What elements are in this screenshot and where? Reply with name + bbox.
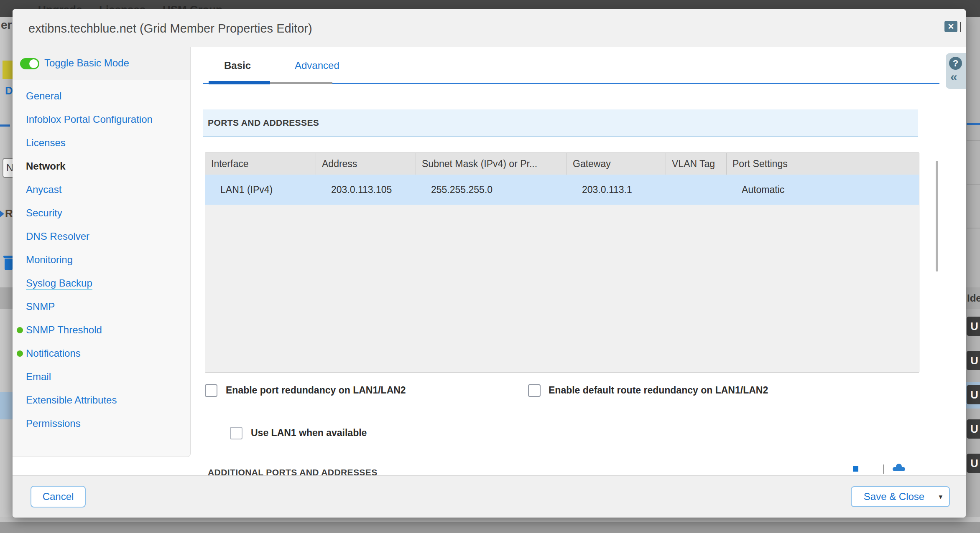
table-row-lan1[interactable]: LAN1 (IPv4) 203.0.113.105 255.255.255.0 … [205,175,919,205]
sidebar-item-infoblox-portal-configuration[interactable]: Infoblox Portal Configuration [13,108,190,131]
sidebar-item-label: DNS Resolver [26,231,89,242]
dialog-sidebar: Toggle Basic Mode General Infoblox Porta… [13,47,191,457]
sidebar-item-label: Licenses [26,137,66,148]
checkbox-port-redundancy-label[interactable]: Enable port redundancy on LAN1/LAN2 [226,385,406,396]
toggle-basic-mode-row: Toggle Basic Mode [13,47,190,80]
add-icon[interactable] [853,466,858,472]
section-title: PORTS AND ADDRESSES [208,118,319,127]
checkbox-use-lan1-label[interactable]: Use LAN1 when available [251,427,367,439]
collapse-chevrons-icon[interactable]: « [950,70,957,84]
background-row-button[interactable]: U [967,454,980,473]
column-header-gateway[interactable]: Gateway [567,153,666,175]
cloud-icon-bar [893,467,905,471]
title-bar-divider [960,22,961,32]
cell-vlan-tag [666,175,727,205]
background-row-button[interactable]: U [967,385,980,404]
sidebar-item-dns-resolver[interactable]: DNS Resolver [13,225,190,248]
sidebar-item-extensible-attributes[interactable]: Extensible Attributes [13,388,190,412]
sidebar-items: General Infoblox Portal Configuration Li… [13,80,190,435]
ports-table: Interface Address Subnet Mask (IPv4) or … [205,152,919,373]
help-icon[interactable]: ? [949,57,962,70]
sidebar-item-notifications[interactable]: Notifications [13,342,190,365]
sidebar-item-label: Extensible Attributes [26,394,117,406]
background-link-fragment: D [5,84,13,97]
sidebar-item-snmp-threshold[interactable]: SNMP Threshold [13,318,190,342]
checkbox-use-lan1[interactable] [230,427,242,439]
ports-table-header-row: Interface Address Subnet Mask (IPv4) or … [205,153,919,175]
toolbar-divider [883,464,884,474]
sidebar-item-network[interactable]: Network [13,155,190,178]
sidebar-item-permissions[interactable]: Permissions [13,412,190,435]
cancel-button[interactable]: Cancel [31,486,86,508]
sidebar-item-email[interactable]: Email [13,365,190,388]
column-header-vlan-tag[interactable]: VLAN Tag [666,153,727,175]
sidebar-item-anycast[interactable]: Anycast [13,178,190,201]
cell-address: 203.0.113.105 [316,175,416,205]
save-and-close-label: Save & Close [864,491,924,502]
sidebar-item-label: Anycast [26,184,61,195]
column-header-interface[interactable]: Interface [205,153,316,175]
sidebar-item-security[interactable]: Security [13,201,190,225]
content-scrollbar-thumb[interactable] [936,161,938,272]
checkbox-default-route-redundancy[interactable] [528,384,541,397]
trash-icon [3,256,13,258]
background-yellow-block [3,61,13,79]
background-selected-row-left [0,392,13,419]
background-table-header-left [0,287,13,309]
background-row-button[interactable]: U [967,351,980,370]
background-row-divider [967,228,980,228]
sidebar-item-licenses[interactable]: Licenses [13,131,190,155]
cell-port-settings: Automatic [727,175,919,205]
modified-dot-icon [17,327,23,333]
sidebar-item-label: Email [26,371,51,382]
dropdown-caret-icon[interactable]: ▾ [939,487,942,507]
screen: { "background": { "top_tabs": [ {"label"… [0,0,980,533]
background-arrow-icon [0,211,4,217]
cell-subnet: 255.255.255.0 [416,175,567,205]
background-row-button[interactable]: U [967,317,980,336]
sidebar-item-label: Network [26,160,66,172]
help-panel: ? « [946,53,966,89]
column-header-address[interactable]: Address [316,153,416,175]
toggle-basic-mode-label[interactable]: Toggle Basic Mode [44,57,129,69]
background-column-header: Ide [966,287,980,309]
column-header-subnet-mask[interactable]: Subnet Mask (IPv4) or Pr... [416,153,567,175]
checkbox-default-route-redundancy-label[interactable]: Enable default route redundancy on LAN1/… [549,385,768,396]
sidebar-item-label: General [26,90,61,102]
background-bottom-bar [0,522,980,533]
ports-table-empty-body [205,205,919,372]
column-header-port-settings[interactable]: Port Settings [727,153,919,175]
cell-gateway: 203.0.113.1 [567,175,666,205]
sidebar-item-general[interactable]: General [13,84,190,108]
sidebar-item-label: Security [26,207,62,218]
sidebar-item-label: Monitoring [26,254,73,265]
sidebar-item-label: Syslog Backup [26,277,92,290]
tab-advanced[interactable]: Advanced [295,60,339,71]
close-icon[interactable]: ✕ [944,21,957,32]
sidebar-item-label: Permissions [26,418,81,429]
ports-and-addresses-header: PORTS AND ADDRESSES [203,109,918,137]
sidebar-item-snmp[interactable]: SNMP [13,295,190,318]
sidebar-item-monitoring[interactable]: Monitoring [13,248,190,272]
sidebar-item-label: SNMP [26,301,55,312]
active-tab-indicator [209,81,270,84]
background-row-divider [967,140,980,141]
background-blue-line-right [967,123,980,125]
cloud-icon[interactable] [893,463,906,472]
checkbox-port-redundancy[interactable] [205,384,217,397]
cell-interface: LAN1 (IPv4) [205,175,316,205]
modified-dot-icon [17,350,23,357]
sidebar-item-syslog-backup[interactable]: Syslog Backup [13,272,190,295]
background-column-header-label: Ide [967,292,980,304]
tab-basic[interactable]: Basic [224,60,251,71]
toggle-knob [29,59,38,68]
background-row-button[interactable]: U [967,419,980,439]
trash-icon-body [5,259,13,270]
save-and-close-button[interactable]: Save & Close▾ [851,486,950,507]
background-right-strip [966,17,980,523]
background-row-divider [967,184,980,185]
basic-mode-toggle[interactable] [20,58,39,69]
background-blue-line-left [0,124,10,127]
inactive-tab-indicator [270,82,332,84]
background-breadcrumb-fragment: R [5,207,13,220]
